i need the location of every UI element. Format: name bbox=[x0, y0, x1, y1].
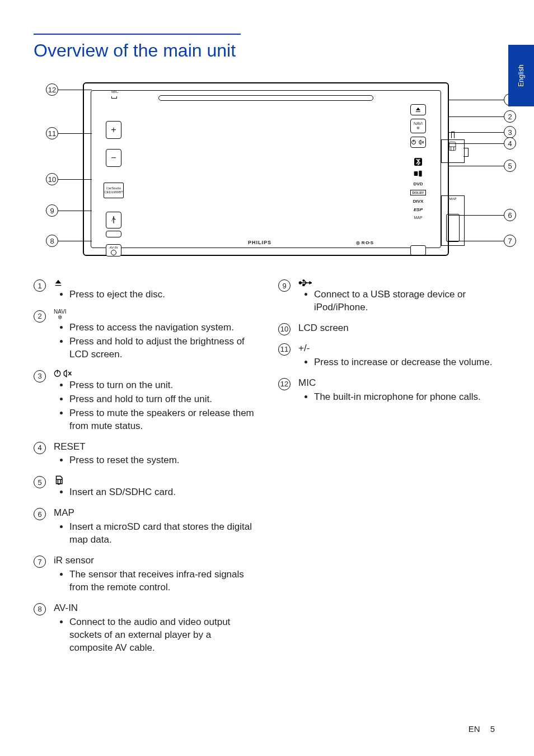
page-title: Overview of the main unit bbox=[34, 40, 500, 61]
callout-2: 2 bbox=[448, 110, 516, 123]
navi-icon: NAVI✲ bbox=[54, 309, 67, 320]
entry-bullet: Insert an SD/SDHC card. bbox=[69, 486, 256, 499]
dvd-logo: DVD bbox=[410, 181, 426, 186]
entry-label bbox=[298, 278, 500, 287]
entry-bullets: Press to increase or decrease the volume… bbox=[298, 356, 500, 369]
entry-12: 12MICThe built-in microphone for phone c… bbox=[278, 377, 500, 405]
entry-bullets: Insert an SD/SDHC card. bbox=[54, 486, 256, 499]
philips-logo: PHILIPS bbox=[248, 240, 271, 245]
entry-bullet: Connect to the audio and video output so… bbox=[69, 616, 256, 655]
entry-label: iR sensor bbox=[54, 554, 256, 567]
callout-6: 6 bbox=[448, 209, 516, 221]
navi-button: NAVI✲ bbox=[410, 119, 426, 133]
av-in-jack: AV-IN bbox=[106, 244, 121, 256]
dolby-logo: DOLBY bbox=[410, 190, 426, 195]
usb-port-icon bbox=[106, 212, 121, 228]
ir-sensor bbox=[410, 245, 426, 255]
entry-number: 11 bbox=[278, 343, 291, 356]
entry-9: 9Connect to a USB storage device or iPod… bbox=[278, 278, 500, 315]
callout-12: 12 bbox=[46, 83, 92, 96]
entry-number: 12 bbox=[278, 378, 291, 390]
callout-4: 4 bbox=[448, 137, 516, 150]
entry-bullets: Connect to a USB storage device or iPod/… bbox=[298, 288, 500, 314]
callout-7: 7 bbox=[448, 235, 516, 247]
svg-rect-3 bbox=[414, 171, 418, 176]
entry-2: 2NAVI✲Press to access the navigation sys… bbox=[34, 309, 256, 362]
small-slot bbox=[106, 231, 121, 237]
entry-11: 11+/-Press to increase or decrease the v… bbox=[278, 342, 500, 370]
entry-bullets: Press to eject the disc. bbox=[54, 288, 256, 301]
entry-5: 5Insert an SD/SDHC card. bbox=[34, 475, 256, 500]
esp-logo: ESP bbox=[410, 207, 426, 212]
entry-number: 8 bbox=[34, 603, 46, 615]
description-column-right: 9Connect to a USB storage device or iPod… bbox=[278, 278, 500, 662]
mic-label: MIC bbox=[111, 90, 119, 94]
entry-number: 3 bbox=[34, 370, 46, 382]
language-tab: English bbox=[508, 45, 534, 106]
entry-label: +/- bbox=[298, 342, 500, 355]
entry-bullets: The sensor that receives infra-red signa… bbox=[54, 568, 256, 594]
map-label: MAP bbox=[410, 216, 426, 220]
entry-10: 10LCD screen bbox=[278, 322, 500, 335]
entry-number: 1 bbox=[34, 279, 46, 292]
mic-hole bbox=[111, 96, 117, 99]
callout-11: 11 bbox=[46, 127, 92, 139]
entry-bullets: Connect to the audio and video output so… bbox=[54, 616, 256, 655]
entry-number: 9 bbox=[278, 279, 291, 292]
entry-number: 4 bbox=[34, 442, 46, 454]
main-unit-diagram: MIC + − CarStudioCED1900BT AV-IN bbox=[46, 77, 488, 262]
entry-bullets: The built-in microphone for phone calls. bbox=[298, 391, 500, 404]
svg-rect-10 bbox=[303, 284, 305, 286]
entry-7: 7iR sensorThe sensor that receives infra… bbox=[34, 554, 256, 595]
entry-label: RESET bbox=[54, 441, 256, 454]
entry-8: 8AV-INConnect to the audio and video out… bbox=[34, 602, 256, 656]
entry-number: 6 bbox=[34, 508, 46, 520]
entry-label: NAVI✲ bbox=[54, 309, 256, 320]
description-column-left: 1Press to eject the disc.2NAVI✲Press to … bbox=[34, 278, 256, 662]
entry-number: 10 bbox=[278, 323, 291, 335]
entry-label: MAP bbox=[54, 507, 256, 520]
callout-1: 1 bbox=[448, 94, 516, 106]
callout-5: 5 bbox=[448, 160, 516, 172]
bluetooth-icon bbox=[410, 158, 426, 167]
rds-logo: ◎ R·D·S bbox=[356, 240, 373, 245]
entry-label: LCD screen bbox=[298, 322, 500, 335]
entry-bullet: Press and hold to adjust the brightness … bbox=[69, 335, 256, 361]
entry-bullets: Insert a microSD card that stores the di… bbox=[54, 521, 256, 547]
volume-down-button: − bbox=[106, 149, 121, 167]
entry-number: 5 bbox=[34, 476, 46, 488]
callout-8: 8 bbox=[46, 235, 92, 247]
entry-bullets: Press to access the navigation system.Pr… bbox=[54, 321, 256, 361]
entry-bullet: Press to reset the system. bbox=[69, 454, 256, 467]
entry-bullets: Press to turn on the unit.Press and hold… bbox=[54, 379, 256, 433]
entry-label bbox=[54, 278, 256, 287]
entry-6: 6MAPInsert a microSD card that stores th… bbox=[34, 507, 256, 548]
callout-9: 9 bbox=[46, 204, 92, 217]
entry-number: 2 bbox=[34, 310, 46, 323]
entry-bullet: Press to mute the speakers or release th… bbox=[69, 407, 256, 433]
svg-point-9 bbox=[303, 280, 305, 282]
svg-rect-4 bbox=[419, 171, 421, 177]
entry-label: AV-IN bbox=[54, 602, 256, 615]
entry-label bbox=[54, 369, 256, 378]
entry-bullet: Connect to a USB storage device or iPod/… bbox=[314, 288, 500, 314]
callout-3: 3 bbox=[448, 126, 516, 138]
disc-slot bbox=[158, 95, 373, 101]
eject-icon bbox=[54, 278, 63, 287]
entry-4: 4RESETPress to reset the system. bbox=[34, 441, 256, 469]
entry-label: MIC bbox=[298, 377, 500, 390]
usb-icon bbox=[298, 278, 312, 287]
callout-10: 10 bbox=[46, 173, 92, 185]
entry-bullet: Press and hold to turn off the unit. bbox=[69, 393, 256, 406]
entry-bullet: Press to increase or decrease the volume… bbox=[314, 356, 500, 369]
entry-3: 3Press to turn on the unit.Press and hol… bbox=[34, 369, 256, 434]
divx-logo: DIVX bbox=[410, 199, 426, 204]
entry-bullet: The sensor that receives infra-red signa… bbox=[69, 568, 256, 594]
entry-bullet: Press to access the navigation system. bbox=[69, 321, 256, 334]
svg-point-8 bbox=[299, 282, 301, 284]
entry-number: 7 bbox=[34, 556, 46, 568]
volume-up-button: + bbox=[106, 121, 121, 139]
logo-stack: DVD DOLBY DIVX ESP MAP bbox=[410, 158, 426, 223]
entry-bullet: The built-in microphone for phone calls. bbox=[314, 391, 500, 404]
entry-bullet: Press to eject the disc. bbox=[69, 288, 256, 301]
